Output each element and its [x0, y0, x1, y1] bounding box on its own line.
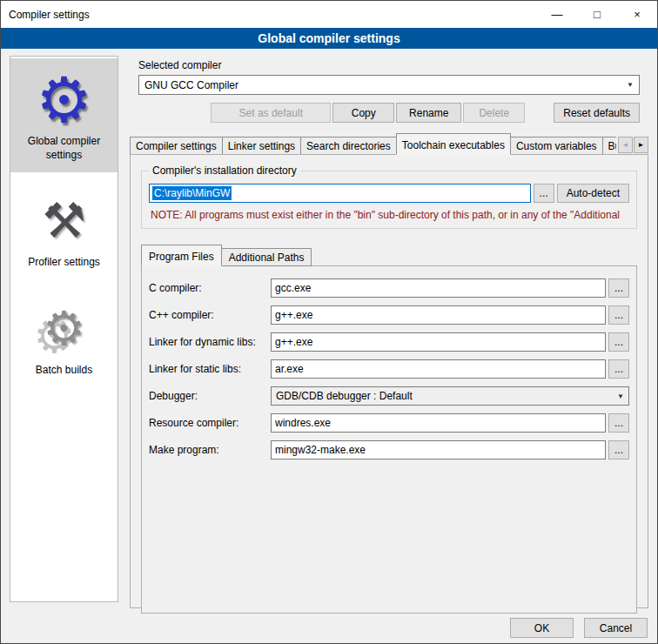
field-label: C++ compiler:: [149, 309, 271, 321]
browse-button[interactable]: ...: [608, 359, 629, 379]
sidebar-item-label: Global compiler settings: [13, 135, 115, 162]
selected-compiler-value: GNU GCC Compiler: [144, 79, 238, 91]
gray-gears-icon: [13, 294, 115, 364]
close-button[interactable]: ×: [617, 1, 657, 28]
field-controls: ...: [271, 278, 629, 298]
field-label: Make program:: [149, 444, 271, 456]
field-input[interactable]: [271, 413, 606, 433]
install-dir-groupbox: Compiler's installation directory C:\ray…: [141, 171, 637, 229]
minimize-button[interactable]: —: [537, 1, 577, 28]
browse-button[interactable]: ...: [608, 278, 629, 298]
browse-button[interactable]: ...: [608, 332, 629, 352]
field-row: Linker for static libs:...: [149, 359, 629, 379]
selected-compiler-label: Selected compiler: [138, 59, 640, 71]
toolchain-executables-panel: Compiler's installation directory C:\ray…: [130, 154, 648, 608]
field-row: C++ compiler:...: [149, 305, 629, 325]
install-dir-row: C:\raylib\MinGW ... Auto-detect: [149, 184, 629, 203]
tab-build[interactable]: Build: [602, 137, 616, 155]
field-input[interactable]: [271, 332, 606, 352]
chevron-down-icon: ▼: [627, 81, 634, 89]
field-row: Make program:...: [149, 440, 629, 460]
field-label: Linker for static libs:: [149, 363, 271, 375]
tab-strip: Compiler settingsLinker settingsSearch d…: [130, 133, 648, 155]
tab-strip-tabs: Compiler settingsLinker settingsSearch d…: [130, 133, 616, 155]
field-label: Linker for dynamic libs:: [149, 336, 271, 348]
field-label: C compiler:: [149, 282, 271, 294]
debugger-select[interactable]: GDB/CDB debugger : Default▼: [271, 386, 629, 406]
field-label: Debugger:: [149, 390, 271, 402]
sidebar-item-batch-builds[interactable]: Batch builds: [10, 287, 118, 388]
sidebar-item-global-compiler-settings[interactable]: Global compiler settings: [10, 58, 118, 172]
window-controls: — □ ×: [537, 1, 657, 28]
field-controls: GDB/CDB debugger : Default▼: [271, 386, 629, 406]
select-value: GDB/CDB debugger : Default: [276, 390, 413, 402]
window-title: Compiler settings: [9, 9, 90, 21]
reset-defaults-button[interactable]: Reset defaults: [554, 103, 640, 123]
cancel-button[interactable]: Cancel: [584, 618, 648, 638]
sidebar-item-label: Batch builds: [13, 364, 115, 378]
copy-button[interactable]: Copy: [332, 103, 394, 123]
field-input[interactable]: [271, 278, 606, 298]
compiler-settings-window: Compiler settings — □ × Global compiler …: [0, 0, 658, 644]
browse-button[interactable]: ...: [608, 440, 629, 460]
subtab-program-files[interactable]: Program Files: [141, 245, 222, 266]
tab-toolchain-executables[interactable]: Toolchain executables: [396, 133, 511, 155]
subtab-strip: Program FilesAdditional Paths: [141, 245, 637, 266]
tab-custom-variables[interactable]: Custom variables: [510, 137, 603, 155]
rename-button[interactable]: Rename: [396, 103, 461, 123]
install-dir-group-title: Compiler's installation directory: [149, 164, 300, 177]
install-dir-value: C:\raylib\MinGW: [152, 186, 232, 200]
delete-button: Delete: [463, 103, 525, 123]
set-as-default-button: Set as default: [211, 103, 331, 123]
selected-compiler-combobox[interactable]: GNU GCC Compiler ▼: [138, 75, 640, 95]
tab-scroll-buttons: ◄ ►: [618, 137, 648, 153]
title-bar: Compiler settings — □ ×: [1, 1, 657, 28]
browse-button[interactable]: ...: [608, 413, 629, 433]
tab-scroll-left-button[interactable]: ◄: [618, 137, 633, 153]
field-input[interactable]: [271, 359, 606, 379]
auto-detect-button[interactable]: Auto-detect: [557, 184, 629, 203]
sidebar-item-profiler-settings[interactable]: Profiler settings: [10, 179, 118, 280]
tab-search-directories[interactable]: Search directories: [300, 137, 397, 155]
subtab-additional-paths[interactable]: Additional Paths: [221, 248, 312, 266]
ok-button[interactable]: OK: [510, 618, 574, 638]
arrow-right-icon: ►: [638, 141, 645, 149]
field-controls: ...: [271, 305, 629, 325]
maximize-icon: □: [594, 8, 601, 21]
dialog-header: Global compiler settings: [1, 28, 657, 49]
minimize-icon: —: [552, 8, 563, 21]
close-icon: ×: [634, 8, 641, 21]
install-dir-browse-button[interactable]: ...: [534, 184, 554, 203]
field-controls: ...: [271, 440, 629, 460]
field-controls: ...: [271, 359, 629, 379]
field-row: Resource compiler:...: [149, 413, 629, 433]
field-input[interactable]: [271, 305, 606, 325]
install-dir-input[interactable]: C:\raylib\MinGW: [149, 184, 531, 203]
profiler-tool-icon: [13, 186, 115, 256]
program-files-panel: C compiler:...C++ compiler:...Linker for…: [141, 265, 637, 614]
sidebar: Global compiler settingsProfiler setting…: [10, 56, 118, 602]
field-label: Resource compiler:: [149, 417, 271, 429]
browse-button[interactable]: ...: [608, 305, 629, 325]
tab-scroll-right-button[interactable]: ►: [634, 137, 648, 153]
arrow-left-icon: ◄: [622, 141, 629, 149]
field-row: C compiler:...: [149, 278, 629, 298]
compiler-actions: Set as defaultCopyRenameDeleteReset defa…: [138, 103, 640, 123]
footer-buttons: OK Cancel: [510, 618, 648, 638]
tab-compiler-settings[interactable]: Compiler settings: [130, 137, 223, 155]
sidebar-item-label: Profiler settings: [13, 256, 115, 270]
tab-linker-settings[interactable]: Linker settings: [222, 137, 301, 155]
field-input[interactable]: [271, 440, 606, 460]
field-row: Linker for dynamic libs:...: [149, 332, 629, 352]
install-dir-note: NOTE: All programs must exist either in …: [151, 209, 629, 221]
maximize-button[interactable]: □: [577, 1, 617, 28]
blue-gear-icon: [13, 65, 115, 135]
field-controls: ...: [271, 332, 629, 352]
chevron-down-icon: ▼: [617, 392, 624, 400]
dialog-body: Global compiler settingsProfiler setting…: [1, 49, 657, 643]
field-row: Debugger:GDB/CDB debugger : Default▼: [149, 386, 629, 406]
field-controls: ...: [271, 413, 629, 433]
main-panel: Selected compiler GNU GCC Compiler ▼ Set…: [128, 49, 650, 608]
